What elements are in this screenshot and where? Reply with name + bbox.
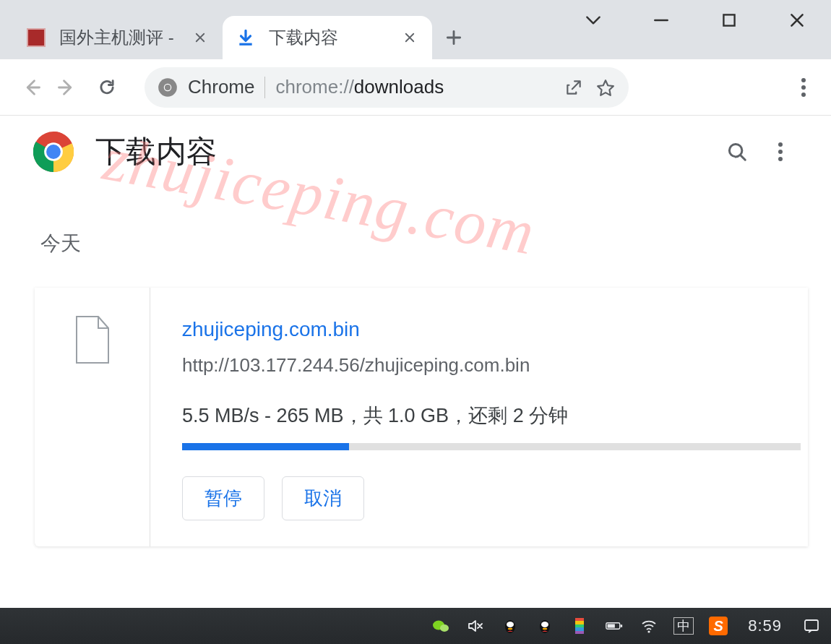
browser-menu-button[interactable] bbox=[786, 70, 821, 105]
download-actions: 暂停 取消 bbox=[182, 476, 801, 520]
downloads-menu-button[interactable] bbox=[763, 134, 798, 169]
reload-button[interactable] bbox=[90, 70, 124, 105]
tab-title: 国外主机测评 - bbox=[59, 26, 192, 49]
back-button[interactable] bbox=[14, 70, 49, 105]
section-today-label: 今天 bbox=[0, 179, 831, 257]
new-tab-button[interactable] bbox=[432, 16, 475, 59]
tab-background[interactable]: 国外主机测评 - bbox=[13, 16, 223, 59]
wechat-tray-icon[interactable] bbox=[430, 615, 452, 637]
browser-toolbar: Chrome chrome://downloads bbox=[0, 59, 831, 116]
address-bar[interactable]: Chrome chrome://downloads bbox=[145, 67, 629, 108]
svg-point-5 bbox=[801, 78, 806, 82]
window-controls bbox=[559, 0, 831, 40]
omnibox-url-prefix: chrome:// bbox=[275, 76, 353, 98]
svg-point-6 bbox=[801, 85, 806, 90]
page-header: 下载内容 bbox=[0, 116, 831, 179]
notifications-icon[interactable] bbox=[801, 615, 822, 637]
download-progressbar bbox=[182, 443, 801, 450]
wifi-icon[interactable] bbox=[638, 615, 660, 637]
taskbar: 中 S 8:59 bbox=[0, 608, 831, 644]
download-icon bbox=[236, 27, 256, 48]
svg-point-4 bbox=[165, 84, 171, 90]
volume-muted-icon[interactable] bbox=[465, 615, 486, 637]
forward-button[interactable] bbox=[49, 70, 84, 105]
svg-rect-0 bbox=[239, 43, 251, 46]
svg-point-10 bbox=[46, 145, 61, 159]
battery-icon[interactable] bbox=[603, 615, 625, 637]
download-body: zhujiceping.com.bin http://103.177.244.5… bbox=[150, 288, 808, 546]
file-icon bbox=[74, 315, 111, 364]
svg-point-22 bbox=[543, 628, 547, 630]
tab-favicon-site bbox=[26, 27, 46, 48]
qq-tray-icon-2[interactable] bbox=[534, 615, 556, 637]
chrome-icon bbox=[158, 77, 178, 98]
omnibox-scheme-label: Chrome bbox=[188, 76, 254, 98]
bookmark-button[interactable] bbox=[590, 72, 621, 103]
download-progressbar-fill bbox=[182, 443, 349, 450]
page-title: 下载内容 bbox=[95, 132, 711, 172]
cancel-button[interactable]: 取消 bbox=[282, 476, 364, 520]
svg-point-7 bbox=[801, 93, 806, 97]
system-tray: 中 S 8:59 bbox=[430, 615, 822, 637]
download-url: http://103.177.244.56/zhujiceping.com.bi… bbox=[182, 354, 801, 377]
window-dropdown-button[interactable] bbox=[559, 0, 627, 40]
pause-button[interactable]: 暂停 bbox=[182, 476, 264, 520]
svg-rect-25 bbox=[608, 624, 615, 627]
download-icon-column bbox=[35, 288, 150, 546]
svg-point-21 bbox=[541, 622, 548, 627]
tab-close-icon[interactable] bbox=[402, 30, 418, 46]
svg-point-19 bbox=[508, 628, 512, 630]
search-downloads-button[interactable] bbox=[720, 134, 754, 169]
browser-tabstrip: 国外主机测评 - 下载内容 bbox=[0, 0, 831, 59]
window-maximize-button[interactable] bbox=[695, 0, 763, 40]
ime-indicator[interactable]: 中 bbox=[673, 615, 694, 637]
tab-close-icon[interactable] bbox=[192, 30, 208, 46]
sogou-ime-icon[interactable]: S bbox=[707, 615, 729, 637]
svg-point-26 bbox=[648, 630, 650, 632]
window-minimize-button[interactable] bbox=[627, 0, 695, 40]
rainbow-tray-icon[interactable] bbox=[569, 615, 590, 637]
svg-point-16 bbox=[440, 624, 449, 632]
share-button[interactable] bbox=[558, 72, 590, 103]
download-filename[interactable]: zhujiceping.com.bin bbox=[182, 318, 801, 341]
chrome-logo-icon bbox=[33, 132, 74, 172]
qq-tray-icon[interactable] bbox=[499, 615, 521, 637]
omnibox-divider bbox=[264, 77, 265, 98]
omnibox-url-page: downloads bbox=[354, 76, 444, 98]
svg-point-18 bbox=[507, 622, 514, 627]
window-close-button[interactable] bbox=[763, 0, 831, 40]
tab-title: 下载内容 bbox=[269, 26, 402, 49]
downloads-page: zhujiceping.com 下载内容 今天 bbox=[0, 116, 831, 608]
svg-rect-27 bbox=[805, 620, 818, 630]
svg-point-13 bbox=[778, 150, 783, 154]
taskbar-clock[interactable]: 8:59 bbox=[748, 617, 782, 635]
svg-rect-1 bbox=[723, 14, 734, 25]
svg-rect-24 bbox=[621, 624, 623, 627]
tab-active[interactable]: 下载内容 bbox=[223, 16, 432, 59]
download-card: zhujiceping.com.bin http://103.177.244.5… bbox=[35, 288, 808, 546]
svg-point-14 bbox=[778, 157, 783, 161]
download-status: 5.5 MB/s - 265 MB，共 1.0 GB，还剩 2 分钟 bbox=[182, 403, 801, 429]
svg-point-12 bbox=[778, 142, 783, 147]
